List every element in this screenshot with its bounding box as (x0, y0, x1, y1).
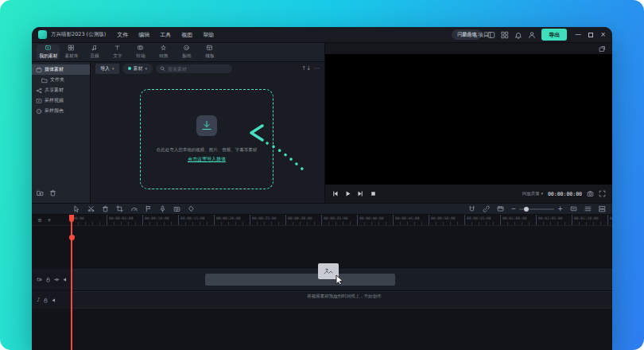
timeline-zoom: − + (511, 206, 563, 212)
my-media-icon (44, 45, 52, 51)
search-input[interactable] (168, 66, 228, 72)
trash-icon[interactable] (102, 205, 109, 212)
fullscreen-icon[interactable] (599, 190, 606, 197)
tab-my-media[interactable]: 我的素材 (37, 45, 60, 60)
tab-stickers[interactable]: 贴纸 (175, 45, 198, 60)
tab-effects[interactable]: 特效 (152, 45, 175, 60)
zoom-out-icon[interactable]: − (511, 206, 517, 212)
share-icon (36, 88, 42, 94)
compact-view-icon[interactable] (599, 205, 606, 212)
new-folder-icon[interactable] (37, 189, 44, 196)
mute-icon[interactable] (52, 298, 57, 303)
fit-timeline-icon[interactable] (570, 205, 577, 212)
ruler-label: 00:01:15:00 (607, 215, 612, 225)
preview-header (325, 43, 612, 54)
playhead-knob[interactable] (69, 235, 75, 240)
eye-icon[interactable] (54, 277, 60, 282)
sidebar-item-sample-video[interactable]: 采样视频 (32, 95, 90, 106)
lock-icon[interactable] (45, 277, 51, 282)
split-scissors-icon[interactable] (87, 205, 95, 212)
search-icon (160, 66, 165, 72)
play-icon[interactable] (344, 190, 351, 197)
snapshot-icon[interactable] (587, 190, 594, 197)
dropzone-import-link[interactable]: 点击这里导入媒体 (188, 156, 226, 163)
maximize-button[interactable] (588, 33, 593, 37)
playback-quality-dropdown[interactable]: 回放质量 ▾ (522, 191, 543, 196)
media-panel: 导入 ▾ 素材 ▾ (91, 62, 324, 203)
sidebar-item-project-media[interactable]: 媒体素材 (32, 64, 90, 75)
timeline: ≡ + 00:0000:00:05:0000:00:10:0000:00:15:… (32, 215, 612, 350)
media-body: 媒体素材 文件夹 共享素材 采样视频 (32, 62, 324, 203)
more-options-icon[interactable]: ⋯ (314, 66, 320, 72)
ruler-label: 00:01:10:00 (572, 215, 607, 225)
playhead[interactable] (71, 215, 72, 350)
import-button[interactable]: 导入 ▾ (95, 64, 119, 74)
menu-item[interactable]: 文件 (117, 31, 128, 39)
zoom-slider[interactable] (519, 208, 554, 210)
current-timecode: 00:00:00:00 (548, 191, 582, 197)
menu-item[interactable]: 工具 (160, 31, 171, 39)
sidebar-item-shared-media[interactable]: 共享素材 (32, 85, 90, 95)
menu-item[interactable]: 帮助 (203, 31, 214, 39)
link-clips-icon[interactable] (483, 205, 490, 212)
stop-icon[interactable] (370, 190, 377, 197)
sort-icon[interactable]: ↑↓ (301, 66, 311, 72)
add-track-icon[interactable]: + (47, 217, 52, 224)
window-controls: — × (575, 32, 606, 38)
import-dropzone[interactable]: 在此处导入您本地的视频、图片、音频、字幕等素材 点击这里导入媒体 (140, 89, 274, 189)
export-frame-icon[interactable] (173, 205, 180, 212)
notification-bell-icon[interactable] (514, 31, 522, 39)
tab-templates[interactable]: 模板 (198, 45, 221, 60)
media-search (156, 64, 232, 73)
ruler-label: 00:00:50:00 (429, 215, 464, 225)
pointer-tool-icon[interactable] (73, 205, 80, 212)
zoom-in-icon[interactable]: + (557, 206, 563, 212)
menu-item[interactable]: 视图 (181, 31, 192, 39)
snap-magnet-icon[interactable] (468, 205, 475, 212)
delete-icon[interactable] (49, 189, 56, 196)
media-sidebar: 媒体素材 文件夹 共享素材 采样视频 (32, 62, 91, 203)
media-filter-dropdown[interactable]: 素材 ▾ (122, 64, 153, 74)
transport-buttons (332, 190, 377, 197)
tab-stock-library[interactable]: 素材库 (60, 45, 83, 60)
sidebar-item-sample-color[interactable]: 采样颜色 (32, 106, 90, 116)
mute-icon[interactable] (63, 277, 68, 282)
effects-icon (159, 45, 168, 51)
grid-icon[interactable] (501, 31, 509, 39)
media-stack-icon (36, 67, 42, 73)
speed-icon[interactable] (130, 205, 138, 212)
keyframe-icon[interactable] (188, 205, 195, 212)
detach-preview-icon[interactable] (599, 45, 606, 52)
zoom-slider-knob[interactable] (524, 207, 529, 212)
previous-frame-icon[interactable] (332, 190, 339, 197)
ruler-label: 00:00:40:00 (357, 215, 393, 225)
audio-icon (90, 45, 99, 51)
sidebar-item-folder[interactable]: 文件夹 (32, 75, 90, 85)
render-preview-icon[interactable] (497, 205, 504, 212)
voiceover-mic-icon[interactable] (159, 205, 166, 212)
time-ruler[interactable]: 00:0000:00:05:0000:00:10:0000:00:15:0000… (71, 215, 612, 225)
minimize-button[interactable]: — (575, 32, 581, 38)
menu-item[interactable]: 编辑 (138, 31, 149, 39)
crop-icon[interactable] (116, 205, 123, 212)
ruler-label: 00:00:20:00 (214, 215, 250, 225)
preview-panel: 回放质量 ▾ 00:00:00:00 (324, 43, 612, 203)
close-button[interactable]: × (600, 32, 606, 38)
dragged-clip-thumbnail (318, 263, 339, 279)
export-button[interactable]: 导出 (541, 29, 567, 41)
user-account-icon[interactable] (528, 31, 536, 39)
template-icon (205, 45, 214, 51)
track-manage-icon[interactable]: ≡ (37, 217, 42, 224)
text-icon (113, 45, 122, 51)
tab-transitions[interactable]: 转场 (129, 45, 152, 60)
filter-dot-icon (128, 67, 131, 70)
tab-audio[interactable]: 音频 (83, 45, 106, 60)
lock-icon[interactable] (43, 298, 48, 303)
next-frame-icon[interactable] (357, 190, 364, 197)
track-layout-icon[interactable] (584, 205, 592, 212)
tab-text[interactable]: 文字 (106, 45, 129, 60)
marker-icon[interactable] (145, 205, 152, 212)
drop-target-segment[interactable] (205, 274, 395, 286)
ruler-label: 00:00:55:00 (464, 215, 500, 225)
asset-tab-bar: 我的素材 素材库 音频 文字 (32, 43, 324, 62)
